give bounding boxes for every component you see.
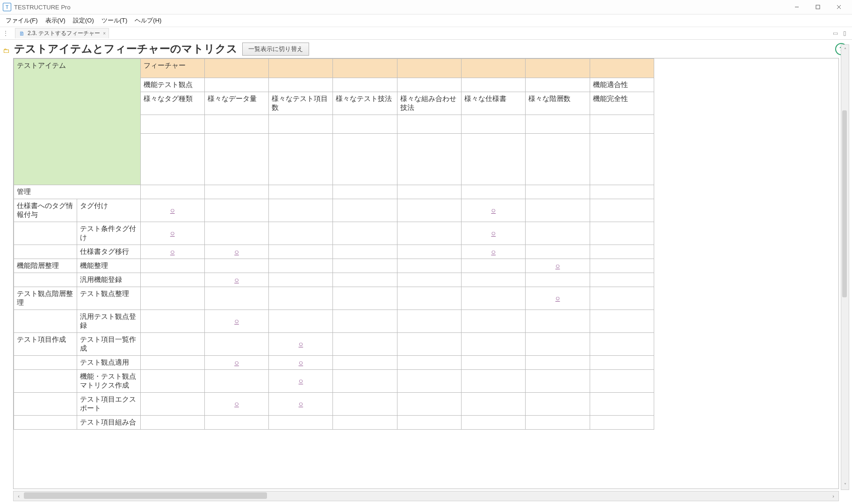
mark-cell[interactable]: ○: [204, 245, 268, 259]
minimize-button[interactable]: [786, 0, 807, 14]
category-cell: [14, 416, 77, 430]
mark-cell: [590, 245, 654, 259]
horizontal-scrollbar[interactable]: ‹ ›: [13, 491, 839, 501]
restore-view-icon[interactable]: ▭: [831, 29, 839, 37]
tab-tested-features[interactable]: 🗎 2.3. テストするフィーチャー ×: [15, 28, 109, 38]
category-cell: [14, 245, 77, 259]
mark-cell[interactable]: ○: [526, 259, 590, 273]
mark-cell: [204, 185, 268, 199]
mark-cell[interactable]: ○: [269, 393, 333, 416]
scroll-left-arrow-icon[interactable]: ‹: [14, 491, 24, 501]
mark-cell: [140, 273, 204, 287]
subcategory-cell: 機能・テスト観点マトリクス作成: [77, 370, 140, 393]
circle-mark-icon[interactable]: ○: [234, 400, 239, 408]
menu-settings[interactable]: 設定(O): [70, 15, 97, 26]
dock-view-icon[interactable]: ▯: [841, 29, 848, 37]
scroll-up-arrow-icon[interactable]: ˄: [841, 45, 849, 54]
circle-mark-icon[interactable]: ○: [234, 317, 239, 325]
scroll-track[interactable]: [24, 491, 828, 501]
mark-cell: [462, 259, 526, 273]
mark-cell: [590, 393, 654, 416]
scroll-right-arrow-icon[interactable]: ›: [828, 491, 838, 501]
mark-cell[interactable]: ○: [526, 287, 590, 310]
category-cell: [14, 310, 77, 333]
test-item-header-label: テストアイテム: [17, 61, 66, 69]
circle-mark-icon[interactable]: ○: [556, 262, 560, 270]
circle-mark-icon[interactable]: ○: [298, 340, 303, 348]
mark-cell: [462, 310, 526, 333]
mark-cell[interactable]: ○: [140, 222, 204, 245]
close-icon[interactable]: ×: [103, 31, 106, 36]
circle-mark-icon[interactable]: ○: [298, 377, 303, 385]
circle-mark-icon[interactable]: ○: [491, 229, 496, 237]
menu-file[interactable]: ファイル(F): [3, 15, 41, 26]
mark-cell[interactable]: ○: [462, 199, 526, 222]
app-icon: T: [3, 3, 11, 11]
mark-cell: [526, 185, 590, 199]
mark-cell[interactable]: ○: [204, 273, 268, 287]
mark-cell: [140, 185, 204, 199]
subheader-label: 機能適合性: [593, 80, 628, 88]
menu-help[interactable]: ヘルプ(H): [132, 15, 164, 26]
subheader-cell: [204, 78, 268, 92]
circle-mark-icon[interactable]: ○: [491, 206, 496, 214]
circle-mark-icon[interactable]: ○: [170, 248, 175, 256]
spacer-cell: [526, 115, 590, 134]
column-header: 機能完全性: [590, 92, 654, 115]
mark-cell: [397, 370, 461, 393]
toggle-view-button[interactable]: 一覧表示に切り替え: [242, 43, 309, 56]
mark-cell: [204, 333, 268, 356]
circle-mark-icon[interactable]: ○: [234, 359, 239, 367]
circle-mark-icon[interactable]: ○: [556, 294, 560, 302]
maximize-button[interactable]: [807, 0, 828, 14]
category-cell: 管理: [14, 185, 141, 199]
circle-mark-icon[interactable]: ○: [298, 400, 303, 408]
menu-tools[interactable]: ツール(T): [99, 15, 130, 26]
scroll-track[interactable]: [841, 54, 849, 480]
menu-view[interactable]: 表示(V): [43, 15, 68, 26]
mark-cell: [590, 356, 654, 370]
feature-header-cell: [204, 59, 268, 78]
scroll-down-arrow-icon[interactable]: ˅: [841, 480, 849, 490]
subheader-label: 機能テスト観点: [144, 80, 193, 88]
circle-mark-icon[interactable]: ○: [170, 229, 175, 237]
mark-cell[interactable]: ○: [269, 333, 333, 356]
circle-mark-icon[interactable]: ○: [234, 248, 239, 256]
sidebar-toggle-icon[interactable]: ⋮: [2, 29, 9, 37]
mark-cell[interactable]: ○: [204, 356, 268, 370]
table-row: テスト項目組み合: [14, 416, 654, 430]
mark-cell[interactable]: ○: [140, 199, 204, 222]
vertical-scrollbar[interactable]: ˄ ˅: [841, 44, 849, 490]
mark-cell: [204, 222, 268, 245]
mark-cell[interactable]: ○: [462, 222, 526, 245]
mark-cell: [333, 273, 397, 287]
mark-cell: [397, 185, 461, 199]
subcategory-cell: テスト観点整理: [77, 287, 140, 310]
mark-cell[interactable]: ○: [269, 356, 333, 370]
mark-cell[interactable]: ○: [462, 245, 526, 259]
scroll-thumb[interactable]: [842, 110, 847, 297]
circle-mark-icon[interactable]: ○: [491, 248, 496, 256]
mark-cell: [526, 356, 590, 370]
mark-cell: [140, 370, 204, 393]
mark-cell: [140, 416, 204, 430]
table-row: 機能・テスト観点マトリクス作成○: [14, 370, 654, 393]
circle-mark-icon[interactable]: ○: [298, 359, 303, 367]
mark-cell: [397, 245, 461, 259]
subcategory-cell: テスト観点適用: [77, 356, 140, 370]
mark-cell[interactable]: ○: [269, 370, 333, 393]
folder-icon[interactable]: 🗀: [3, 47, 9, 54]
mark-cell: [526, 199, 590, 222]
mark-cell[interactable]: ○: [204, 393, 268, 416]
mark-cell: [333, 356, 397, 370]
feature-header-label: フィーチャー: [144, 61, 186, 69]
scroll-thumb[interactable]: [24, 492, 267, 499]
spacer-cell: [269, 134, 333, 185]
mark-cell[interactable]: ○: [140, 245, 204, 259]
close-button[interactable]: [828, 0, 849, 14]
circle-mark-icon[interactable]: ○: [234, 276, 239, 284]
mark-cell: [269, 259, 333, 273]
circle-mark-icon[interactable]: ○: [170, 206, 175, 214]
mark-cell: [590, 287, 654, 310]
mark-cell[interactable]: ○: [204, 310, 268, 333]
